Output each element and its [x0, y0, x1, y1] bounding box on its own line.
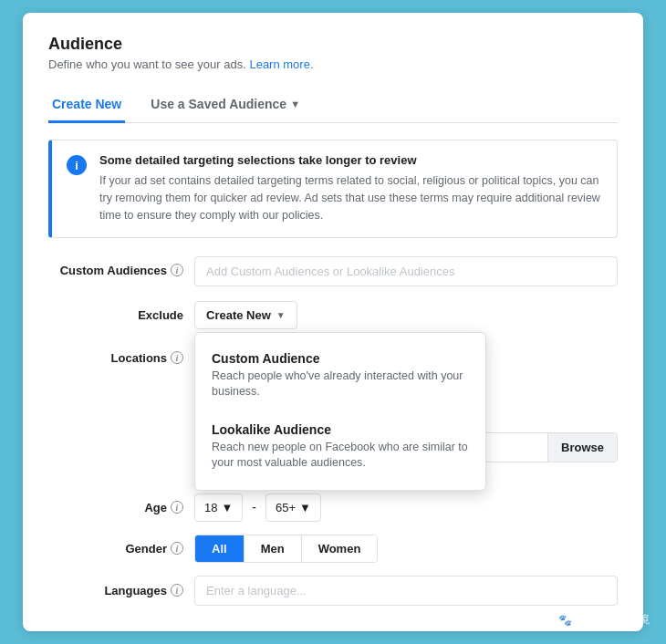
age-info-icon[interactable]: i [171, 501, 183, 514]
custom-audience-option-title: Custom Audience [212, 351, 469, 366]
age-max-select[interactable]: 65+ ▼ [265, 493, 321, 522]
custom-audiences-input[interactable] [194, 256, 618, 286]
custom-audience-option-desc: Reach people who've already interacted w… [212, 369, 469, 400]
gender-info-icon[interactable]: i [171, 542, 183, 555]
gender-men-button[interactable]: Men [245, 535, 302, 562]
exclude-row: Exclude Create New ▼ Custom Audience Rea… [48, 301, 618, 329]
alert-title: Some detailed targeting selections take … [99, 153, 602, 167]
create-new-button[interactable]: Create New ▼ [194, 301, 297, 329]
dropdown-item-custom-audience[interactable]: Custom Audience Reach people who've alre… [195, 340, 485, 411]
custom-audiences-info-icon[interactable]: i [171, 264, 183, 276]
gender-women-button[interactable]: Women [302, 535, 378, 562]
languages-row: Languages i [48, 576, 618, 606]
tab-saved-audience[interactable]: Use a Saved Audience ▼ [147, 88, 304, 123]
custom-audiences-label: Custom Audiences i [48, 256, 194, 277]
age-label: Age i [48, 501, 194, 514]
locations-info-icon[interactable]: i [171, 351, 183, 364]
languages-info-icon[interactable]: i [171, 584, 183, 597]
age-row: Age i 18 ▼ - 65+ ▼ [48, 493, 618, 522]
gender-label: Gender i [48, 542, 194, 556]
tabs-container: Create New Use a Saved Audience ▼ [48, 88, 618, 123]
gender-all-button[interactable]: All [195, 535, 245, 562]
watermark-icon: 🐾 [558, 614, 572, 627]
main-card: Audience Define who you want to see your… [23, 13, 643, 630]
info-circle-icon: i [67, 155, 87, 175]
exclude-label: Exclude [48, 308, 194, 322]
tab-create-new[interactable]: Create New [48, 88, 125, 123]
watermark: 🐾 Stephen聊跨境 [558, 612, 650, 628]
saved-audience-dropdown-icon: ▼ [290, 99, 300, 109]
alert-box: i Some detailed targeting selections tak… [48, 140, 618, 237]
age-min-select[interactable]: 18 ▼ [194, 493, 243, 522]
gender-buttons: All Men Women [194, 535, 378, 563]
audience-subtitle: Define who you want to see your ads. Lea… [48, 57, 618, 71]
age-separator: - [252, 500, 256, 514]
browse-button[interactable]: Browse [547, 433, 617, 462]
audience-header: Audience Define who you want to see your… [48, 35, 618, 71]
dropdown-menu: Custom Audience Reach people who've alre… [194, 332, 486, 491]
alert-body: If your ad set contains detailed targeti… [99, 172, 602, 223]
age-max-arrow: ▼ [299, 501, 311, 514]
alert-content: Some detailed targeting selections take … [99, 153, 602, 223]
custom-audiences-row: Custom Audiences i [48, 256, 618, 286]
learn-more-link[interactable]: Learn more. [249, 57, 313, 71]
custom-audiences-control [194, 256, 618, 286]
locations-label: Locations i [48, 344, 194, 365]
gender-row: Gender i All Men Women [48, 535, 618, 563]
lookalike-audience-option-desc: Reach new people on Facebook who are sim… [212, 440, 469, 472]
languages-input[interactable] [194, 576, 618, 606]
languages-label: Languages i [48, 584, 194, 597]
age-min-arrow: ▼ [221, 501, 233, 514]
audience-title: Audience [48, 35, 618, 54]
dropdown-item-lookalike-audience[interactable]: Lookalike Audience Reach new people on F… [195, 411, 485, 483]
lookalike-audience-option-title: Lookalike Audience [212, 422, 469, 437]
create-new-dropdown-icon: ▼ [276, 310, 286, 320]
